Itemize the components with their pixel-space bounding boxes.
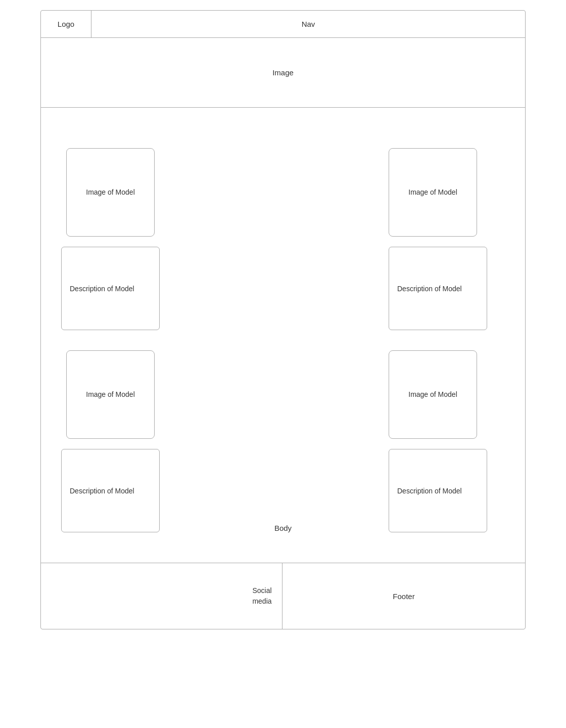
left-model-image-1-label: Image of Model xyxy=(86,187,135,198)
social-media-label: Social media xyxy=(250,585,274,607)
footer: Footer xyxy=(282,563,525,629)
left-model-desc-1: Description of Model xyxy=(61,247,160,330)
right-model-image-2: Image of Model xyxy=(389,350,477,439)
left-model-desc-2: Description of Model xyxy=(61,449,160,532)
hero-section: Image xyxy=(41,38,525,108)
columns-wrapper: Image of Model Description of Model Imag… xyxy=(56,128,510,532)
right-model-image-1: Image of Model xyxy=(389,148,477,237)
nav[interactable]: Nav xyxy=(91,11,525,37)
right-model-image-1-label: Image of Model xyxy=(408,187,457,198)
logo-label: Logo xyxy=(58,20,74,28)
right-column: Image of Model Description of Model Imag… xyxy=(389,128,510,532)
left-model-desc-2-label: Description of Model xyxy=(70,487,134,495)
page-wrapper: Logo Nav Image Image of Model Descriptio… xyxy=(40,10,526,629)
right-model-image-2-label: Image of Model xyxy=(408,389,457,400)
left-model-image-2-label: Image of Model xyxy=(86,389,135,400)
footer-wrapper: Social media Footer xyxy=(41,563,525,629)
body-section: Image of Model Description of Model Imag… xyxy=(41,108,525,563)
footer-section: Social media Footer xyxy=(41,563,525,629)
left-model-image-1: Image of Model xyxy=(66,148,155,237)
right-model-desc-1-label: Description of Model xyxy=(397,285,462,293)
header: Logo Nav xyxy=(41,11,525,38)
footer-left-space xyxy=(41,563,242,629)
left-column: Image of Model Description of Model Imag… xyxy=(56,128,177,532)
right-model-desc-2-label: Description of Model xyxy=(397,487,462,495)
hero-image-label: Image xyxy=(272,68,294,77)
left-model-desc-1-label: Description of Model xyxy=(70,285,134,293)
nav-label: Nav xyxy=(302,20,315,28)
left-model-image-2: Image of Model xyxy=(66,350,155,439)
footer-label: Footer xyxy=(393,592,414,601)
body-label: Body xyxy=(274,524,292,532)
right-model-desc-1: Description of Model xyxy=(389,247,487,330)
logo: Logo xyxy=(41,11,91,37)
footer-right-area: Social media Footer xyxy=(242,563,525,629)
right-model-desc-2: Description of Model xyxy=(389,449,487,532)
social-media: Social media xyxy=(242,563,282,629)
